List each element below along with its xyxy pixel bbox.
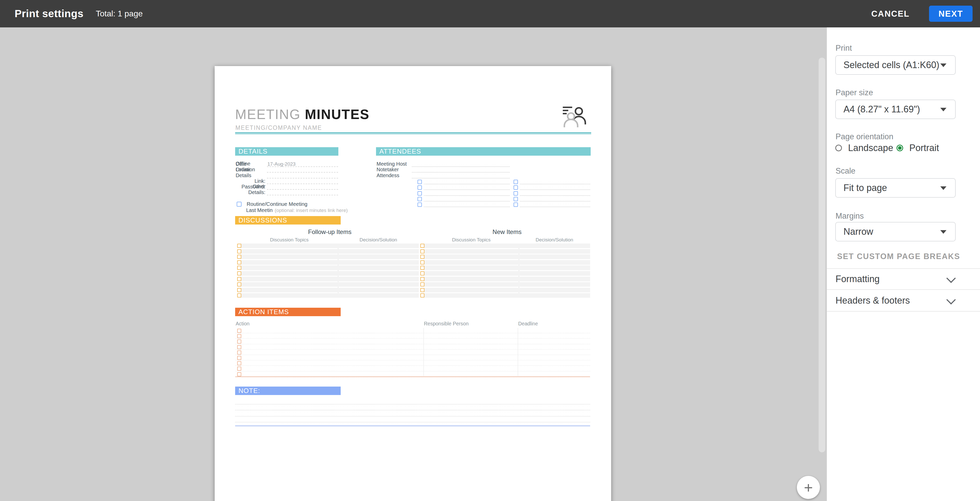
discussion-checkbox <box>237 277 241 281</box>
action-item-checkbox <box>237 334 241 338</box>
attendee-line <box>520 192 590 196</box>
orientation-landscape-radio[interactable]: Landscape <box>835 143 893 153</box>
portrait-radio-label: Portrait <box>909 143 939 153</box>
details-row: Online Details <box>235 173 338 178</box>
paper-size-value: A4 (8.27" x 11.69") <box>843 104 920 115</box>
attendees-field-line <box>412 168 510 173</box>
discussion-row <box>241 282 419 287</box>
discussion-checkbox <box>420 288 425 292</box>
attendee-checkbox <box>417 191 422 196</box>
preview-scrollbar-thumb[interactable] <box>819 58 825 452</box>
attendee-line <box>424 197 510 201</box>
action-items-column-headers: ActionResponsible PersonDeadline <box>235 321 590 328</box>
action-item-checkbox <box>237 366 241 371</box>
action-item-row <box>235 344 590 350</box>
discussion-checkbox <box>420 277 425 281</box>
discussion-row <box>241 249 419 254</box>
attendee-checkbox <box>514 203 518 207</box>
set-custom-page-breaks-button[interactable]: SET CUSTOM PAGE BREAKS <box>835 252 962 262</box>
cancel-button[interactable]: CANCEL <box>870 9 912 19</box>
dropdown-caret-icon <box>940 108 947 111</box>
scale-label: Scale <box>835 166 856 176</box>
next-button[interactable]: NEXT <box>929 6 972 22</box>
attendee-line <box>424 203 510 207</box>
action-item-checkbox <box>237 372 241 376</box>
details-field-list: Date17-Aug-2023Offline LocationOnline De… <box>235 161 338 195</box>
discussion-row <box>424 282 590 287</box>
attendee-line <box>520 180 590 184</box>
action-item-row <box>235 360 590 366</box>
total-pages-status: Total: 1 page <box>96 9 143 18</box>
discussion-row <box>241 271 419 276</box>
print-range-value: Selected cells (A1:K60) <box>843 60 939 70</box>
landscape-radio-label: Landscape <box>848 143 893 153</box>
action-item-row <box>235 333 590 339</box>
details-section-header: DETAILS <box>235 147 338 155</box>
attendee-checkbox-row <box>417 190 510 196</box>
attendee-line <box>520 186 590 190</box>
decision-solution-header: Decision/Solution <box>338 237 419 243</box>
details-field-line <box>267 178 338 184</box>
attendee-checkbox <box>514 197 518 201</box>
scale-select[interactable]: Fit to page <box>835 178 956 198</box>
paper-size-label: Paper size <box>835 88 873 97</box>
action-item-row <box>235 339 590 344</box>
headers-footers-accordion[interactable]: Headers & footers <box>827 289 980 312</box>
chevron-down-icon <box>947 274 956 283</box>
attendee-checkbox-row <box>417 184 510 190</box>
attendee-checkbox-row <box>514 179 590 184</box>
discussion-row <box>424 293 590 298</box>
last-meeting-hint: (optional: insert minutes link here) <box>275 208 348 213</box>
discussions-section-header: DISCUSSIONS <box>235 216 340 225</box>
discussion-checkbox <box>420 244 425 248</box>
attendee-checkbox <box>417 203 422 207</box>
discussion-checkbox <box>420 266 425 270</box>
last-meeting-row: Last Meetin (optional: insert minutes li… <box>246 208 338 213</box>
top-bar: Print settings Total: 1 page CANCEL NEXT <box>0 0 980 27</box>
attendees-field-list: Meeting HostNotetakerAttendess <box>377 161 510 178</box>
dropdown-caret-icon <box>940 230 947 234</box>
attendee-checkbox <box>514 185 518 190</box>
attendees-section-header: ATTENDEES <box>376 147 591 155</box>
details-field-line <box>267 184 338 190</box>
note-line <box>235 417 590 423</box>
attendee-line <box>424 186 510 190</box>
orientation-portrait-radio[interactable]: Portrait <box>897 143 939 153</box>
headers-footers-accordion-label: Headers & footers <box>835 295 910 306</box>
details-field-line: 17-Aug-2023 <box>267 161 338 167</box>
orientation-label: Page orientation <box>835 132 893 141</box>
discussion-row <box>241 293 419 298</box>
document-title-dark: MINUTES <box>301 107 369 122</box>
zoom-in-button[interactable]: + <box>797 476 820 499</box>
discussion-column-headers: Discussion TopicsDecision/Solution <box>424 237 590 243</box>
attendee-checkbox-row <box>514 201 590 207</box>
discussion-row <box>424 288 590 292</box>
discussion-table-title: New Items <box>424 228 590 237</box>
action-items-section-header: ACTION ITEMS <box>235 308 340 316</box>
note-line <box>235 411 590 417</box>
discussion-row <box>424 260 590 265</box>
print-range-select[interactable]: Selected cells (A1:K60) <box>835 55 956 75</box>
discussion-rows <box>241 243 419 298</box>
attendees-field-line <box>412 174 510 178</box>
details-field-line <box>267 167 338 173</box>
action-item-row <box>235 328 590 333</box>
paper-size-select[interactable]: A4 (8.27" x 11.69") <box>835 100 956 119</box>
discussion-row <box>241 265 419 270</box>
dropdown-caret-icon <box>940 186 947 190</box>
margins-label: Margins <box>835 211 864 221</box>
people-notes-icon <box>560 103 589 132</box>
attendee-line <box>520 197 590 201</box>
discussion-topics-header: Discussion Topics <box>241 237 338 243</box>
document-subtitle: MEETING/COMPANY NAME <box>235 124 322 131</box>
attendee-line <box>424 180 510 184</box>
discussion-checkbox <box>237 282 241 287</box>
print-label: Print <box>835 43 852 53</box>
margins-select[interactable]: Narrow <box>835 222 956 241</box>
attendees-row: Notetaker <box>377 167 510 173</box>
details-field-label: Other Details: <box>235 184 266 195</box>
discussion-checkbox <box>420 255 425 259</box>
discussion-checkbox <box>237 244 241 248</box>
discussion-column-headers: Discussion TopicsDecision/Solution <box>241 237 419 243</box>
formatting-accordion[interactable]: Formatting <box>827 268 980 289</box>
